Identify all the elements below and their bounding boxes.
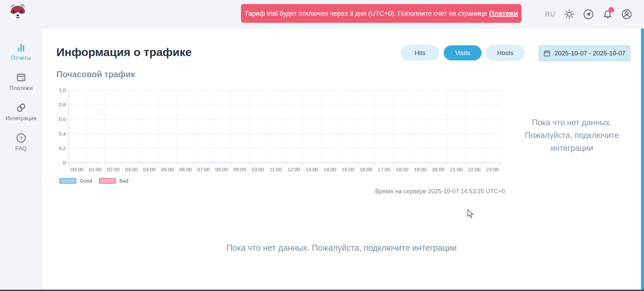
svg-text:?: ?	[19, 135, 22, 141]
x-axis-tick	[231, 163, 231, 165]
legend-swatch	[59, 178, 76, 184]
raccoon-logo[interactable]	[7, 2, 29, 21]
page-scrollbar[interactable]	[641, 29, 644, 290]
x-axis-tick	[213, 163, 213, 165]
y-axis-tick	[66, 134, 68, 134]
payments-link[interactable]: Платежи	[489, 10, 518, 17]
sun-icon[interactable]	[564, 9, 575, 19]
hourly-traffic-chart[interactable]	[68, 90, 501, 163]
tab-visits[interactable]: Visits	[444, 45, 482, 60]
gridline-vertical	[321, 90, 321, 162]
no-data-message-side: Пока что нет данных. Пожалуйста, подключ…	[512, 116, 631, 154]
account-icon[interactable]	[622, 9, 632, 19]
x-axis-labels: 00:0001:0002:0003:0004:0005:0006:0007:00…	[68, 166, 501, 173]
sidebar-item-label: Отчеты	[11, 55, 31, 61]
y-axis-tick	[66, 90, 68, 91]
y-axis-labels: 1,00,80,60,40,20	[49, 90, 66, 163]
x-axis-label: 06:00	[179, 166, 192, 172]
x-axis-tick	[68, 163, 69, 165]
x-axis-label: 16:00	[360, 166, 373, 172]
trial-warning-banner: Тариф trial будет отключен через 3 дня (…	[241, 4, 522, 23]
x-axis-label: 15:00	[342, 166, 354, 172]
sidebar-item-integration[interactable]: Интеграция	[0, 103, 42, 122]
date-range-picker[interactable]: 2025-10-07 - 2025-10-07	[539, 45, 630, 61]
gridline-horizontal	[68, 90, 501, 91]
y-axis-label: 0,4	[49, 131, 66, 137]
gridline-vertical	[212, 90, 213, 162]
x-axis-label: 07:00	[197, 166, 210, 172]
x-axis-label: 11:00	[269, 166, 282, 172]
gridline-vertical	[122, 90, 122, 162]
x-axis-label: 04:00	[143, 166, 156, 172]
x-axis-label: 01:00	[89, 166, 102, 172]
gridline-vertical	[393, 90, 393, 162]
notification-dot	[608, 7, 614, 13]
gridline-vertical	[357, 90, 357, 162]
y-axis-label: 0,2	[49, 145, 66, 151]
calendar-icon	[543, 50, 551, 57]
x-axis-tick	[429, 163, 430, 165]
x-axis-label: 05:00	[161, 166, 174, 172]
y-axis-label: 0,8	[49, 102, 66, 107]
x-axis-tick	[501, 163, 502, 165]
window-bottom-edge	[0, 290, 644, 291]
x-axis-tick	[141, 163, 141, 165]
date-range-value: 2025-10-07 - 2025-10-07	[554, 50, 625, 57]
sidebar-item-payments[interactable]: Платежи	[0, 72, 42, 92]
x-axis-label: 02:00	[107, 166, 120, 172]
gridline-vertical	[140, 90, 141, 162]
gridline-vertical	[194, 90, 195, 162]
x-axis-label: 17:00	[378, 166, 391, 172]
x-axis-tick	[249, 163, 249, 165]
banner-text: Тариф trial будет отключен через 3 дня (…	[244, 10, 487, 17]
gridline-vertical	[483, 90, 483, 162]
x-axis-label: 12:00	[288, 166, 300, 172]
x-axis-tick	[393, 163, 394, 165]
x-axis-tick	[303, 163, 303, 165]
x-axis-tick	[122, 163, 123, 165]
gridline-vertical	[339, 90, 339, 162]
x-axis-label: 18:00	[396, 166, 408, 172]
gridline-vertical	[158, 90, 159, 162]
sidebar-nav: Отчеты Платежи Интеграция ? FAQ	[0, 42, 42, 152]
x-axis-tick	[177, 163, 177, 165]
x-axis-label: 10:00	[251, 166, 264, 172]
credit-card-icon	[16, 72, 26, 83]
gridline-vertical	[501, 90, 501, 162]
language-selector[interactable]: RU	[545, 10, 555, 18]
y-axis-tick	[66, 148, 68, 148]
legend-swatch	[99, 178, 116, 184]
gridline-vertical	[411, 90, 411, 162]
tab-hosts[interactable]: Hosts	[486, 45, 524, 60]
page-title: Информация о трафике	[56, 46, 192, 59]
bell-wrap[interactable]	[602, 9, 613, 19]
x-axis-tick	[339, 163, 339, 165]
x-axis-tick	[357, 163, 357, 165]
link-icon	[16, 103, 26, 113]
gridline-vertical	[231, 90, 231, 162]
gridline-vertical	[465, 90, 465, 162]
sidebar-item-faq[interactable]: ? FAQ	[0, 133, 42, 152]
y-axis-label: 1,0	[49, 87, 66, 93]
x-axis-label: 00:00	[71, 166, 84, 172]
x-axis-tick	[285, 163, 285, 165]
question-circle-icon: ?	[16, 133, 26, 143]
telegram-icon[interactable]	[583, 9, 594, 19]
x-axis-tick	[195, 163, 195, 165]
chart-legend: GoodBad	[59, 178, 128, 184]
y-axis-tick	[66, 162, 68, 163]
x-axis-label: 14:00	[324, 166, 336, 172]
x-axis-tick	[447, 163, 448, 165]
gridline-vertical	[177, 90, 177, 162]
x-axis-label: 20:00	[432, 166, 445, 172]
chart-title: Почасовой трафик	[56, 69, 135, 79]
legend-label: Good	[80, 178, 92, 184]
x-axis-tick	[267, 163, 267, 165]
x-axis-label: 13:00	[305, 166, 318, 172]
x-axis-tick	[159, 163, 159, 165]
sidebar-item-reports[interactable]: Отчеты	[0, 42, 42, 61]
x-axis-tick	[321, 163, 321, 165]
mouse-cursor	[467, 209, 476, 219]
tab-hits[interactable]: Hits	[401, 45, 439, 60]
legend-label: Bad	[119, 178, 129, 184]
